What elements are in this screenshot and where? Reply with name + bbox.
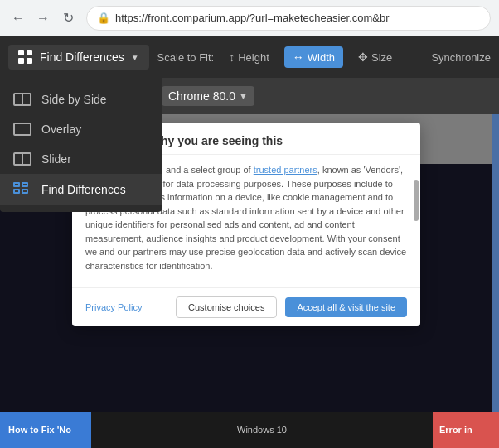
accept-button[interactable]: Accept all & visit the site	[285, 297, 407, 317]
menu-item-slider-label: Slider	[41, 152, 71, 166]
customise-button[interactable]: Customise choices	[176, 296, 277, 318]
size-label: Size	[371, 51, 392, 64]
browser-select-wrapper[interactable]: Chrome 80.0 Firefox 74.0 Safari 13.0 ▼	[162, 86, 254, 106]
select-caret-icon: ▼	[239, 91, 248, 101]
privacy-policy-link[interactable]: Privacy Policy	[85, 302, 142, 312]
scroll-indicator	[414, 180, 419, 221]
bottom-bar: How to Fix 'No Windows 10 Error in	[0, 412, 499, 448]
dropdown-menu: Side by Side Overlay Slider Find Differe…	[0, 78, 162, 212]
scale-to-fit-label: Scale to Fit:	[157, 51, 215, 64]
find-differences-button[interactable]: Find Differences ▼	[8, 45, 149, 70]
menu-item-slider[interactable]: Slider	[0, 144, 162, 174]
find-differences-icon	[18, 50, 33, 65]
trusted-partners-link[interactable]: trusted partners	[254, 165, 317, 175]
overlay-icon	[13, 123, 31, 136]
bottom-center-section: Windows 10	[91, 412, 433, 448]
synchronize-label: Synchronize	[431, 51, 491, 64]
find-differences-label: Find Differences	[40, 51, 124, 64]
nav-buttons: ← → ↻	[8, 8, 78, 28]
menu-item-overlay[interactable]: Overlay	[0, 114, 162, 144]
width-label: Width	[308, 51, 335, 64]
menu-item-side-by-side-label: Side by Side	[41, 93, 107, 106]
height-button[interactable]: ↕ Height	[220, 46, 278, 68]
width-button[interactable]: ↔ Width	[284, 46, 343, 68]
lock-icon: 🔒	[97, 12, 110, 24]
main-toolbar: Find Differences ▼ Scale to Fit: ↕ Heigh…	[0, 36, 499, 78]
bottom-left-text: How to Fix 'No	[8, 425, 71, 435]
menu-item-side-by-side[interactable]: Side by Side	[0, 84, 162, 114]
height-label: Height	[238, 51, 269, 64]
menu-item-find-differences-label: Find Differences	[41, 183, 126, 196]
scale-to-fit-group: Scale to Fit: ↕ Height ↔ Width ✥ Size	[157, 46, 401, 68]
slider-icon	[13, 152, 31, 166]
size-icon: ✥	[358, 51, 368, 64]
height-icon: ↕	[229, 51, 235, 64]
content-right-panel	[492, 114, 499, 448]
bottom-left-section: How to Fix 'No	[0, 412, 91, 448]
consent-body-p2: You may consent to the processing descri…	[85, 287, 407, 288]
bottom-right-text: Error in	[439, 425, 472, 435]
side-by-side-icon	[13, 93, 31, 106]
bottom-center-text: Windows 10	[237, 425, 287, 435]
width-icon: ↔	[293, 51, 304, 64]
caret-icon: ▼	[131, 53, 139, 62]
menu-item-find-differences[interactable]: Find Differences	[0, 174, 162, 205]
url-text: https://front.comparium.app/?url=maketec…	[115, 12, 390, 24]
refresh-button[interactable]: ↻	[58, 8, 78, 28]
size-button[interactable]: ✥ Size	[350, 46, 400, 68]
menu-item-overlay-label: Overlay	[41, 123, 81, 136]
forward-button[interactable]: →	[33, 8, 53, 28]
back-button[interactable]: ←	[8, 8, 28, 28]
find-differences-menu-icon	[13, 182, 31, 197]
browser-bar: ← → ↻ 🔒 https://front.comparium.app/?url…	[0, 0, 499, 36]
consent-footer: Privacy Policy Customise choices Accept …	[72, 287, 420, 326]
address-bar[interactable]: 🔒 https://front.comparium.app/?url=maket…	[86, 6, 491, 31]
bottom-right-section: Error in	[433, 412, 499, 448]
browser-select[interactable]: Chrome 80.0 Firefox 74.0 Safari 13.0	[168, 89, 235, 103]
